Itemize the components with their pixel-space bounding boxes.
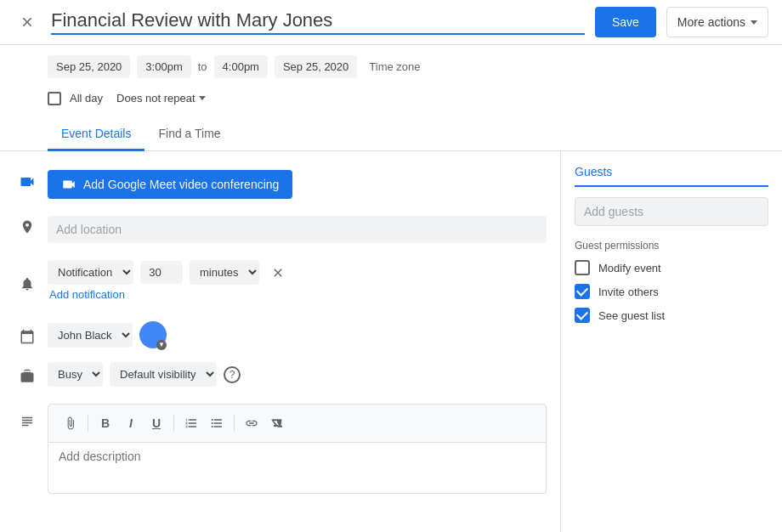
calendar-select[interactable]: John Black xyxy=(48,323,133,348)
briefcase-icon xyxy=(20,369,35,384)
location-icon-col xyxy=(14,216,41,235)
to-label: to xyxy=(198,60,207,73)
calendar-color-button[interactable] xyxy=(139,321,167,348)
left-panel: Add Google Meet video conferencing xyxy=(0,151,561,532)
remove-notification-button[interactable] xyxy=(266,261,290,285)
add-notification-button[interactable]: Add notification xyxy=(48,285,127,304)
briefcase-icon-col xyxy=(14,365,41,384)
unordered-list-icon xyxy=(210,416,224,430)
bell-icon-col xyxy=(14,273,41,291)
description-textarea[interactable] xyxy=(48,443,547,494)
modify-event-checkbox[interactable] xyxy=(575,260,590,275)
ordered-list-icon xyxy=(184,416,198,430)
remove-format-icon xyxy=(270,416,284,430)
video-icon xyxy=(19,173,36,190)
location-col xyxy=(48,216,547,243)
top-bar: Save More actions xyxy=(0,0,782,45)
timezone-button[interactable]: Time zone xyxy=(364,57,425,76)
permission-invite-row: Invite others xyxy=(575,284,768,299)
toolbar-divider-3 xyxy=(234,415,235,432)
guest-permissions-title: Guest permissions xyxy=(575,240,768,252)
close-button[interactable] xyxy=(14,8,41,36)
attach-button[interactable] xyxy=(59,411,82,435)
see-guest-list-checkbox[interactable] xyxy=(575,308,590,323)
description-toolbar: B I U xyxy=(48,404,547,443)
main-layout: Add Google Meet video conferencing xyxy=(0,151,782,532)
link-icon xyxy=(245,416,258,430)
end-date-button[interactable]: Sep 25, 2020 xyxy=(275,55,357,78)
attach-icon xyxy=(64,416,77,430)
see-guest-list-label: See guest list xyxy=(598,309,665,322)
save-button[interactable]: Save xyxy=(595,7,656,37)
repeat-button[interactable]: Does not repeat xyxy=(111,88,211,108)
ordered-list-button[interactable] xyxy=(179,411,203,435)
italic-button[interactable]: I xyxy=(119,411,143,435)
status-col: Busy Default visibility ? xyxy=(48,362,547,387)
unordered-list-button[interactable] xyxy=(205,411,229,435)
calendar-col: John Black xyxy=(48,321,547,348)
help-icon[interactable]: ? xyxy=(224,366,241,383)
notification-col: Notification minutes Add notification xyxy=(48,260,547,304)
invite-others-checkbox[interactable] xyxy=(575,284,590,299)
calendar-controls: John Black xyxy=(48,321,547,348)
add-meet-button[interactable]: Add Google Meet video conferencing xyxy=(48,170,292,199)
permission-modify-row: Modify event xyxy=(575,260,768,275)
bell-icon xyxy=(20,276,35,291)
start-time-button[interactable]: 3:00pm xyxy=(137,55,190,78)
all-day-label: All day xyxy=(70,92,103,105)
chevron-down-icon xyxy=(751,20,757,25)
invite-others-label: Invite others xyxy=(598,286,659,298)
right-panel: Guests Guest permissions Modify event In… xyxy=(561,151,782,532)
location-row xyxy=(0,211,560,248)
location-icon xyxy=(20,219,35,235)
calendar-icon xyxy=(20,329,35,344)
busy-select[interactable]: Busy xyxy=(48,362,103,387)
calendar-row: John Black xyxy=(0,316,560,354)
chevron-down-icon xyxy=(199,96,206,100)
meet-btn-col: Add Google Meet video conferencing xyxy=(48,170,547,199)
notification-controls: Notification minutes xyxy=(48,260,547,285)
description-row: B I U xyxy=(0,399,560,501)
more-actions-button[interactable]: More actions xyxy=(666,7,768,37)
tab-find-a-time[interactable]: Find a Time xyxy=(144,118,234,151)
status-row: Busy Default visibility ? xyxy=(0,357,560,392)
notification-row: Notification minutes Add notification xyxy=(0,255,560,309)
notification-unit-select[interactable]: minutes xyxy=(190,260,259,285)
notification-value-input[interactable] xyxy=(140,261,183,284)
event-title-input[interactable] xyxy=(51,9,585,35)
tabs-row: Event Details Find a Time xyxy=(0,118,782,151)
allday-row: All day Does not repeat xyxy=(0,85,782,118)
guests-title: Guests xyxy=(575,165,768,187)
notification-type-select[interactable]: Notification xyxy=(48,260,133,285)
remove-format-button[interactable] xyxy=(265,411,289,435)
all-day-checkbox[interactable] xyxy=(48,92,61,105)
underline-button[interactable]: U xyxy=(144,411,168,435)
bold-button[interactable]: B xyxy=(94,411,117,435)
toolbar-divider-2 xyxy=(173,415,174,432)
video-icon-col xyxy=(14,170,41,190)
meet-icon xyxy=(61,177,76,192)
description-col: B I U xyxy=(48,404,547,496)
date-row: Sep 25, 2020 3:00pm to 4:00pm Sep 25, 20… xyxy=(0,45,782,85)
color-circle xyxy=(145,327,161,342)
add-guests-input[interactable] xyxy=(575,197,768,226)
start-date-button[interactable]: Sep 25, 2020 xyxy=(48,55,130,78)
visibility-select[interactable]: Default visibility xyxy=(110,362,217,387)
link-button[interactable] xyxy=(240,411,264,435)
location-input[interactable] xyxy=(48,216,547,243)
end-time-button[interactable]: 4:00pm xyxy=(214,55,268,78)
toolbar-divider-1 xyxy=(88,415,88,432)
lines-icon-col xyxy=(14,404,41,429)
description-icon xyxy=(20,414,35,429)
permission-see-list-row: See guest list xyxy=(575,308,768,323)
close-icon xyxy=(271,266,285,280)
meet-row: Add Google Meet video conferencing xyxy=(0,165,560,204)
tab-event-details[interactable]: Event Details xyxy=(48,118,144,151)
status-controls: Busy Default visibility ? xyxy=(48,362,547,387)
calendar-icon-col xyxy=(14,325,41,344)
modify-event-label: Modify event xyxy=(598,262,661,274)
